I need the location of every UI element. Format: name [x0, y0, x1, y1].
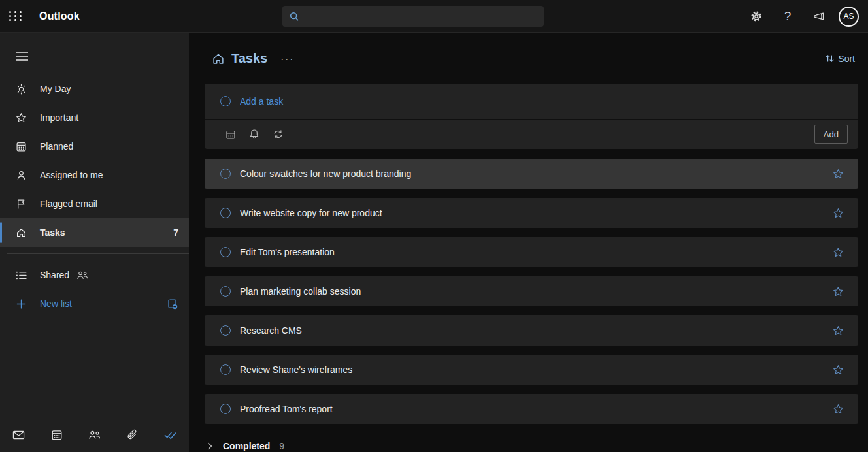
completed-toggle[interactable]: Completed 9 — [205, 433, 858, 452]
task-row[interactable]: Proofread Tom's report — [205, 394, 858, 424]
new-list-label: New list — [40, 299, 72, 309]
sidebar-toggle-button[interactable] — [9, 43, 35, 69]
complete-task-circle[interactable] — [220, 364, 231, 375]
sidebar-item-planned[interactable]: Planned — [0, 132, 189, 161]
calendar-icon — [225, 129, 236, 140]
sidebar: My Day Important Planned — [0, 33, 189, 452]
app-launcher-button[interactable] — [0, 0, 31, 33]
people-icon — [88, 430, 101, 440]
sidebar-item-tasks[interactable]: Tasks 7 — [0, 218, 189, 247]
mail-button[interactable] — [6, 422, 32, 448]
star-icon — [16, 112, 27, 123]
star-button[interactable] — [830, 362, 846, 378]
sort-label: Sort — [838, 54, 855, 64]
task-title: Review Shane's wireframes — [240, 364, 352, 375]
attachments-button[interactable] — [119, 422, 145, 448]
star-button[interactable] — [830, 401, 846, 417]
task-row[interactable]: Research CMS — [205, 315, 858, 346]
task-row[interactable]: Write website copy for new product — [205, 198, 858, 228]
calendar-icon — [51, 429, 63, 441]
new-list-button[interactable]: New list — [16, 299, 72, 310]
sidebar-item-my-day[interactable]: My Day — [0, 74, 189, 103]
megaphone-icon — [812, 10, 826, 23]
page-title: Tasks — [231, 51, 267, 66]
complete-task-circle[interactable] — [220, 286, 231, 297]
person-icon — [16, 170, 27, 181]
chevron-right-icon — [206, 442, 214, 451]
list-options-button[interactable]: ··· — [278, 54, 297, 63]
double-check-icon — [164, 430, 176, 440]
todo-button[interactable] — [157, 422, 183, 448]
sidebar-item-label: Planned — [40, 141, 73, 152]
task-title: Research CMS — [240, 325, 302, 336]
question-icon: ? — [784, 9, 792, 24]
plus-icon — [16, 299, 27, 310]
topbar-actions: ? AS — [743, 0, 864, 33]
task-row[interactable]: Colour swatches for new product branding — [205, 159, 858, 189]
completed-count: 9 — [279, 441, 284, 451]
add-task-toolbar: Add — [205, 120, 858, 149]
sidebar-item-label: Shared — [40, 270, 69, 280]
search-input[interactable] — [305, 12, 537, 22]
task-circle-icon — [220, 96, 231, 106]
task-title: Proofread Tom's report — [240, 404, 333, 414]
top-bar: Outlook ? — [0, 0, 868, 33]
complete-task-circle[interactable] — [220, 169, 231, 179]
task-row[interactable]: Plan marketing collab session — [205, 276, 858, 306]
sidebar-item-shared[interactable]: Shared — [0, 261, 189, 289]
complete-task-circle[interactable] — [220, 404, 231, 414]
bottom-app-nav — [0, 418, 189, 452]
create-group-button[interactable] — [166, 298, 178, 310]
sidebar-item-assigned-to-me[interactable]: Assigned to me — [0, 161, 189, 189]
help-button[interactable]: ? — [775, 3, 801, 29]
complete-task-circle[interactable] — [220, 208, 231, 218]
people-icon — [76, 270, 89, 280]
sidebar-item-label: My Day — [40, 84, 71, 94]
sidebar-item-flagged-email[interactable]: Flagged email — [0, 189, 189, 218]
main-content: Tasks ··· Sort — [189, 33, 868, 452]
sort-button[interactable]: Sort — [825, 54, 855, 64]
repeat-icon — [273, 129, 284, 139]
sidebar-item-important[interactable]: Important — [0, 103, 189, 132]
add-button[interactable]: Add — [814, 125, 848, 144]
page-title-group: Tasks — [212, 51, 267, 66]
remind-me-button[interactable] — [244, 124, 265, 145]
avatar[interactable]: AS — [839, 7, 859, 27]
complete-task-circle[interactable] — [220, 247, 231, 257]
add-task-input-row[interactable] — [205, 84, 858, 120]
star-button[interactable] — [830, 323, 846, 339]
task-title: Colour swatches for new product branding — [240, 169, 411, 179]
completed-label: Completed — [223, 441, 270, 451]
people-button[interactable] — [81, 422, 107, 448]
sort-icon — [825, 54, 835, 63]
list-header: Tasks ··· Sort — [189, 33, 868, 66]
sidebar-item-label: Flagged email — [40, 199, 97, 209]
complete-task-circle[interactable] — [220, 325, 231, 336]
star-button[interactable] — [830, 205, 846, 221]
paperclip-icon — [127, 429, 138, 441]
calendar-button[interactable] — [44, 422, 70, 448]
tasks-count-badge: 7 — [173, 227, 178, 238]
sun-icon — [16, 84, 27, 95]
mail-icon — [12, 430, 25, 440]
task-row[interactable]: Edit Tom's presentation — [205, 237, 858, 267]
search-box[interactable] — [282, 6, 544, 27]
search-icon — [289, 11, 300, 22]
settings-button[interactable] — [743, 3, 769, 29]
list-icon — [16, 270, 27, 281]
whats-new-button[interactable] — [806, 3, 832, 29]
new-list-row: New list — [0, 289, 189, 318]
add-task-composer: Add — [205, 84, 858, 149]
add-task-input[interactable] — [240, 96, 846, 106]
gear-icon — [750, 10, 763, 23]
star-button[interactable] — [830, 244, 846, 261]
star-button[interactable] — [830, 166, 846, 182]
task-row[interactable]: Review Shane's wireframes — [205, 355, 858, 385]
new-group-icon — [166, 298, 178, 310]
bell-icon — [249, 129, 259, 140]
waffle-icon — [9, 11, 23, 21]
star-button[interactable] — [830, 283, 846, 300]
due-date-button[interactable] — [220, 124, 241, 145]
repeat-button[interactable] — [267, 124, 288, 145]
task-title: Edit Tom's presentation — [240, 247, 335, 257]
